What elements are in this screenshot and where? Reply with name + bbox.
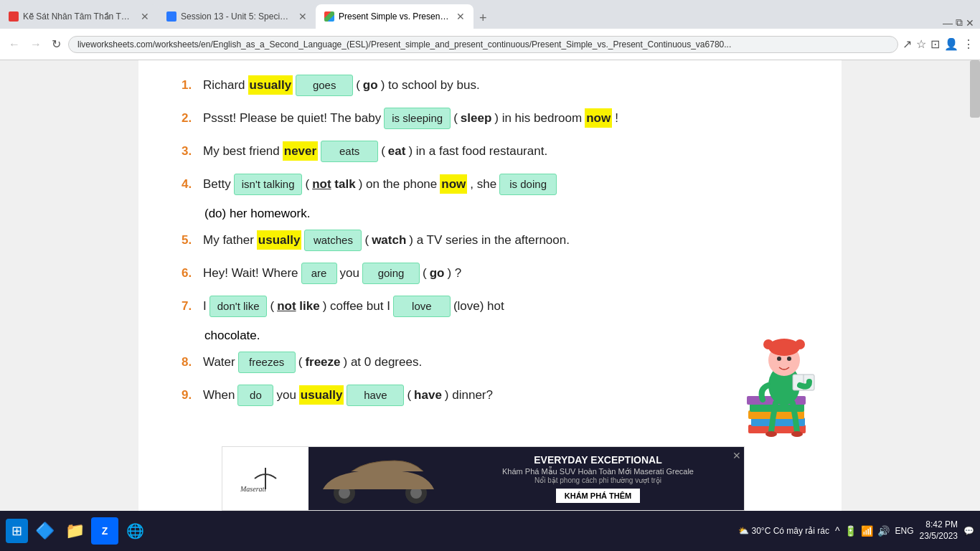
item-number-2: 2.	[182, 108, 196, 128]
ex2-now: now	[585, 108, 612, 128]
ex9-answer1[interactable]: do	[237, 385, 273, 406]
address-bar: ← → ↻ ↗ ☆ ⊡ 👤 ⋮	[0, 29, 980, 60]
tab-3[interactable]: Present Simple vs. Present Conti... ✕	[316, 4, 473, 29]
svg-point-10	[777, 357, 781, 361]
forward-button[interactable]: →	[27, 35, 44, 54]
item-number-6: 6.	[182, 263, 196, 283]
ex7-text1: I	[203, 296, 207, 316]
tab-minimize-icon[interactable]: —	[943, 17, 953, 29]
tab-right-controls: — ⧉ ✕	[943, 17, 980, 29]
exercise-7: 7. I don't like (not like) coffee but I …	[182, 296, 798, 317]
item-number-3: 3.	[182, 141, 196, 161]
item-number-5: 5.	[182, 230, 196, 250]
ad-car-area	[308, 446, 452, 511]
svg-point-7	[768, 339, 800, 356]
tab3-favicon	[324, 11, 334, 22]
ex8-answer[interactable]: freezes	[238, 352, 296, 373]
item-number-7: 7.	[182, 296, 196, 316]
tab-close-window-icon[interactable]: ✕	[966, 17, 974, 29]
reload-button[interactable]: ↻	[49, 34, 64, 54]
ex7-notlike: not like	[277, 296, 320, 316]
character-svg	[741, 331, 820, 453]
ex4-not: not talk	[312, 177, 355, 191]
taskbar-clock: 8:42 PM 23/5/2023	[920, 519, 958, 542]
start-button[interactable]: ⊞	[6, 519, 28, 543]
taskbar-chrome-icon[interactable]: 🌐	[121, 517, 149, 545]
ex7-text2: (love) hot	[453, 296, 504, 316]
maserati-logo: Maserati	[237, 464, 294, 493]
taskbar-edge-icon[interactable]: 🔷	[31, 517, 58, 545]
ad-sub: Khám Phá Mẫu SUV Hoàn Toàn Mới Maserati …	[502, 467, 694, 476]
more-icon[interactable]: ⋮	[963, 37, 974, 51]
exercise-6: 6. Hey! Wait! Where are you going (go) ?	[182, 263, 798, 284]
exercise-2: 2. Pssst! Please be quiet! The baby is s…	[182, 108, 798, 129]
ex6-answer1[interactable]: are	[301, 263, 337, 284]
scrollbar[interactable]	[970, 60, 980, 511]
ex7-cont-text: chocolate.	[204, 329, 260, 342]
tab-restore-icon[interactable]: ⧉	[956, 17, 963, 29]
svg-text:Maserati: Maserati	[240, 485, 266, 493]
tab1-title: Kẽ Sát Nhân Tâm Thần Thích Bắ...	[23, 11, 133, 22]
ex1-usually: usually	[248, 75, 293, 95]
tab2-close[interactable]: ✕	[298, 11, 307, 22]
ex1-paren: (	[356, 75, 360, 95]
ex7-answer1[interactable]: don't like	[209, 296, 268, 317]
exercise-8: 8. Water freezes (freeze) at 0 degrees.	[182, 352, 798, 373]
svg-point-15	[791, 431, 803, 437]
item-number-9: 9.	[182, 385, 196, 405]
tab-1[interactable]: Kẽ Sát Nhân Tâm Thần Thích Bắ... ✕	[0, 4, 158, 29]
taskbar: ⊞ 🔷 📁 Z 🌐 ⛅ 30°C Có mây rải rác ^ 🔋 📶 🔊 …	[0, 511, 980, 551]
ex4-answer1[interactable]: isn't talking	[234, 174, 303, 195]
new-tab-button[interactable]: +	[473, 8, 493, 29]
wifi-icon: 📶	[861, 525, 873, 537]
ad-close-button[interactable]: ✕	[732, 450, 741, 461]
ex7-answer2[interactable]: love	[393, 296, 451, 317]
ex9-answer2[interactable]: have	[347, 385, 404, 406]
tab-2[interactable]: Session 13 - Unit 5: Special Occa... ✕	[158, 4, 316, 29]
back-button[interactable]: ←	[6, 35, 23, 54]
bookmark-icon[interactable]: ☆	[916, 37, 926, 51]
taskbar-zalo-icon[interactable]: Z	[91, 517, 118, 545]
tab2-title: Session 13 - Unit 5: Special Occa...	[181, 11, 291, 22]
ex4-answer2[interactable]: is doing	[499, 174, 557, 195]
ex3-never: never	[283, 141, 318, 161]
ad-banner: Maserati EVERYDAY EXCEPTIONAL Khám Phá M…	[222, 446, 745, 511]
ex6-answer2[interactable]: going	[362, 263, 420, 284]
address-input[interactable]	[68, 36, 898, 53]
date-display: 23/5/2023	[920, 531, 958, 542]
ex2-bold: sleep	[461, 108, 491, 128]
address-right-icons: ↗ ☆ ⊡ 👤 ⋮	[903, 37, 974, 51]
weather-icon: ⛅	[738, 526, 749, 536]
tab2-favicon	[166, 11, 176, 22]
battery-icon: 🔋	[844, 525, 857, 537]
profile-icon[interactable]: 👤	[944, 37, 958, 51]
ex9-bold: have	[414, 385, 442, 405]
ad-cta-button[interactable]: KHÁM PHÁ THÊM	[556, 489, 641, 503]
content-area: 1. Richard usually goes (go) to school b…	[138, 60, 842, 511]
taskbar-explorer-icon[interactable]: 📁	[61, 517, 88, 545]
ex5-answer[interactable]: watches	[304, 230, 362, 251]
language-indicator: ENG	[895, 526, 914, 536]
ex6-you: you	[340, 263, 359, 283]
tab3-close[interactable]: ✕	[456, 11, 465, 22]
ex8-bold: freeze	[305, 352, 340, 372]
ex4-cont-text: (do) her homework.	[204, 207, 310, 220]
tab1-close[interactable]: ✕	[141, 11, 149, 22]
notification-icon[interactable]: 💬	[963, 526, 974, 536]
ex3-answer[interactable]: eats	[321, 141, 378, 162]
ex1-text1: Richard	[203, 75, 245, 95]
weather-text: 30°C Có mây rải rác	[752, 526, 830, 536]
ad-car-svg	[316, 453, 445, 504]
share-icon[interactable]: ↗	[903, 37, 912, 51]
exercise-9: 9. When do you usually have (have) dinne…	[182, 385, 798, 406]
ex4-now: now	[440, 174, 467, 194]
ex2-answer[interactable]: is sleeping	[384, 108, 451, 129]
item-number-4: 4.	[182, 174, 196, 194]
exercise-1: 1. Richard usually goes (go) to school b…	[182, 75, 798, 96]
split-icon[interactable]: ⊡	[930, 37, 940, 51]
ex3-bold: eat	[388, 141, 406, 161]
ex1-answer[interactable]: goes	[296, 75, 353, 96]
scrollbar-thumb[interactable]	[970, 60, 980, 118]
exercise-4-cont: (do) her homework.	[204, 207, 798, 221]
browser-chrome: Kẽ Sát Nhân Tâm Thần Thích Bắ... ✕ Sessi…	[0, 0, 980, 60]
